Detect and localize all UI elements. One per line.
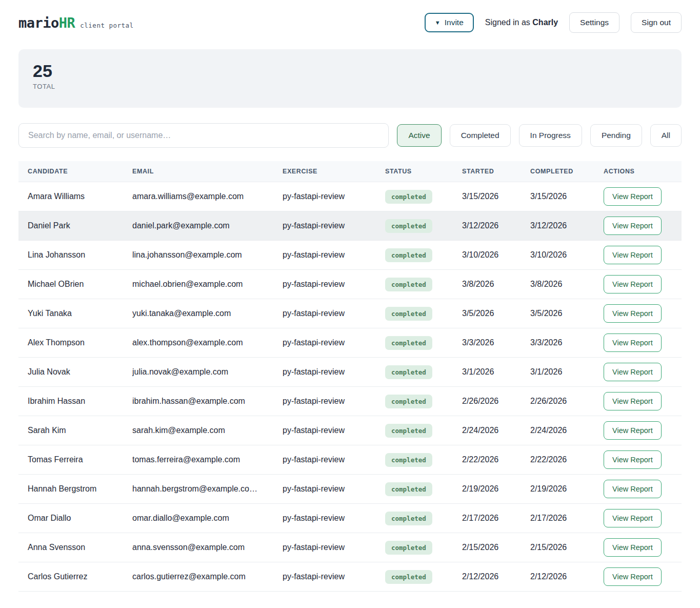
caret-down-icon: ▼ — [435, 19, 441, 26]
table-row: Ibrahim Hassan ibrahim.hassan@example.co… — [18, 387, 682, 416]
logo-primary: mario — [18, 15, 59, 31]
completed-date: 3/1/2026 — [530, 367, 562, 376]
exercise-name: py-fastapi-review — [283, 309, 345, 318]
email-cell: carlos.gutierrez@example.com — [123, 562, 273, 592]
candidate-email: sarah.kim@example.com — [132, 426, 225, 435]
exercise-name: py-fastapi-review — [283, 514, 345, 522]
table-body: Amara Williams amara.williams@example.co… — [18, 182, 682, 592]
completed-cell: 3/1/2026 — [521, 358, 594, 387]
completed-date: 3/15/2026 — [530, 192, 567, 201]
filter-pending[interactable]: Pending — [590, 124, 642, 147]
status-cell: completed — [376, 562, 453, 592]
view-report-button[interactable]: View Report — [604, 450, 662, 469]
started-cell: 2/19/2026 — [453, 475, 521, 504]
completed-date: 3/8/2026 — [530, 280, 562, 288]
column-header-status: STATUS — [376, 161, 453, 182]
actions-cell: View Report — [594, 241, 682, 270]
exercise-cell: py-fastapi-review — [273, 387, 376, 416]
filter-active[interactable]: Active — [397, 124, 441, 147]
candidate-name: Amara Williams — [28, 192, 85, 201]
email-cell: tomas.ferreira@example.com — [123, 445, 273, 475]
email-cell: michael.obrien@example.com — [123, 270, 273, 299]
actions-cell: View Report — [594, 504, 682, 533]
candidate-name-cell: Carlos Gutierrez — [18, 562, 123, 592]
filter-completed[interactable]: Completed — [450, 124, 511, 147]
actions-cell: View Report — [594, 562, 682, 592]
app-logo: marioHR client portal — [18, 15, 134, 31]
table-row: Sarah Kim sarah.kim@example.com py-fasta… — [18, 416, 682, 445]
candidate-name-cell: Ibrahim Hassan — [18, 387, 123, 416]
filter-all[interactable]: All — [650, 124, 682, 147]
table-row: Julia Novak julia.novak@example.com py-f… — [18, 358, 682, 387]
email-cell: daniel.park@example.com — [123, 211, 273, 241]
completed-date: 2/19/2026 — [530, 484, 567, 493]
filter-in-progress[interactable]: In Progress — [519, 124, 582, 147]
status-badge: completed — [385, 482, 432, 496]
view-report-button[interactable]: View Report — [604, 392, 662, 410]
view-report-button[interactable]: View Report — [604, 275, 662, 293]
actions-cell: View Report — [594, 445, 682, 475]
candidate-name: Tomas Ferreira — [28, 455, 83, 464]
completed-cell: 2/22/2026 — [521, 445, 594, 475]
status-cell: completed — [376, 182, 453, 211]
table-row: Carlos Gutierrez carlos.gutierrez@exampl… — [18, 562, 682, 592]
view-report-button[interactable]: View Report — [604, 334, 662, 352]
logo-subtitle: client portal — [80, 22, 133, 29]
view-report-button[interactable]: View Report — [604, 217, 662, 235]
table-row: Yuki Tanaka yuki.tanaka@example.com py-f… — [18, 299, 682, 328]
exercise-name: py-fastapi-review — [283, 543, 345, 552]
view-report-button[interactable]: View Report — [604, 538, 662, 557]
exercise-name: py-fastapi-review — [283, 221, 345, 230]
started-date: 2/15/2026 — [462, 543, 498, 552]
actions-cell: View Report — [594, 533, 682, 562]
view-report-button[interactable]: View Report — [604, 363, 662, 381]
column-header-candidate: CANDIDATE — [18, 161, 123, 182]
status-badge: completed — [385, 190, 432, 204]
view-report-button[interactable]: View Report — [604, 421, 662, 440]
exercise-cell: py-fastapi-review — [273, 562, 376, 592]
status-badge: completed — [385, 395, 432, 408]
total-count: 25 — [33, 62, 667, 81]
settings-button[interactable]: Settings — [569, 12, 619, 33]
candidate-name: Yuki Tanaka — [28, 309, 72, 318]
view-report-button[interactable]: View Report — [604, 304, 662, 323]
exercise-cell: py-fastapi-review — [273, 241, 376, 270]
sign-out-button[interactable]: Sign out — [631, 12, 682, 33]
view-report-button[interactable]: View Report — [604, 480, 662, 498]
exercise-cell: py-fastapi-review — [273, 504, 376, 533]
started-cell: 2/26/2026 — [453, 387, 521, 416]
started-date: 3/5/2026 — [462, 309, 494, 318]
completed-cell: 3/5/2026 — [521, 299, 594, 328]
view-report-button[interactable]: View Report — [604, 567, 662, 586]
candidate-email: yuki.tanaka@example.com — [132, 309, 231, 318]
candidate-name: Carlos Gutierrez — [28, 572, 87, 581]
candidate-name-cell: Lina Johansson — [18, 241, 123, 270]
status-cell: completed — [376, 328, 453, 358]
exercise-name: py-fastapi-review — [283, 338, 345, 347]
exercise-cell: py-fastapi-review — [273, 533, 376, 562]
candidate-email: michael.obrien@example.com — [132, 280, 243, 289]
completed-date: 3/3/2026 — [530, 338, 562, 347]
status-badge: completed — [385, 219, 432, 233]
started-cell: 3/1/2026 — [453, 358, 521, 387]
completed-cell: 3/3/2026 — [521, 328, 594, 358]
started-cell: 3/5/2026 — [453, 299, 521, 328]
exercise-cell: py-fastapi-review — [273, 445, 376, 475]
view-report-button[interactable]: View Report — [604, 509, 662, 527]
table-row: Amara Williams amara.williams@example.co… — [18, 182, 682, 211]
view-report-button[interactable]: View Report — [604, 246, 662, 264]
exercise-name: py-fastapi-review — [283, 280, 345, 288]
status-cell: completed — [376, 358, 453, 387]
search-input[interactable] — [18, 123, 389, 148]
email-cell: ibrahim.hassan@example.com — [123, 387, 273, 416]
candidate-name-cell: Julia Novak — [18, 358, 123, 387]
status-badge: completed — [385, 512, 432, 525]
candidate-name: Daniel Park — [28, 221, 70, 230]
invite-button[interactable]: ▼ Invite — [425, 13, 474, 32]
view-report-button[interactable]: View Report — [604, 187, 662, 206]
exercise-cell: py-fastapi-review — [273, 299, 376, 328]
candidate-email: tomas.ferreira@example.com — [132, 455, 240, 464]
status-cell: completed — [376, 211, 453, 241]
total-label: TOTAL — [33, 83, 667, 90]
started-cell: 3/8/2026 — [453, 270, 521, 299]
